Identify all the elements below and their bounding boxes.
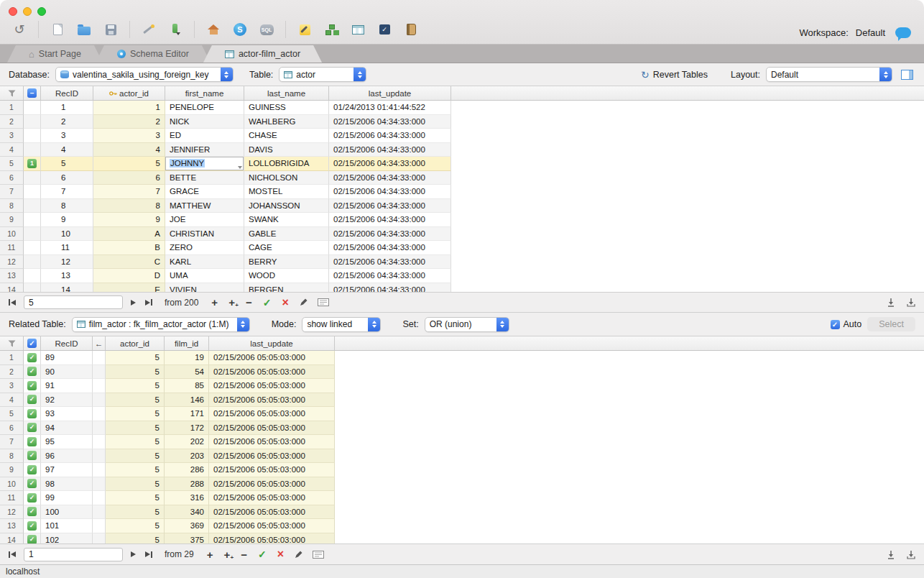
cell-last-update[interactable]: 02/15/2006 04:34:33:000 — [329, 227, 451, 242]
cell-last-name[interactable]: CAGE — [244, 241, 329, 255]
close-button[interactable] — [9, 7, 17, 16]
first-record-button[interactable] — [7, 298, 17, 307]
row-select-cell[interactable] — [24, 213, 41, 227]
column-header-actor-id[interactable]: actor_id — [93, 86, 165, 100]
cell-actor-id[interactable]: 5 — [106, 505, 165, 520]
row-number[interactable]: 3 — [0, 379, 24, 393]
next-record-button[interactable] — [129, 550, 137, 559]
cell-last-update[interactable]: 02/15/2006 05:05:03:000 — [209, 351, 335, 365]
cell-film-id[interactable]: 202 — [165, 435, 209, 449]
select-all-checkbox[interactable]: ✓ — [24, 336, 41, 350]
cell-first-name[interactable]: JENNIFER — [165, 143, 244, 157]
delete-record-button[interactable]: − — [244, 297, 254, 308]
row-select-cell[interactable]: 1 — [24, 157, 41, 171]
cell-recid[interactable]: 2 — [41, 115, 93, 129]
cell-last-name[interactable]: NICHOLSON — [244, 171, 329, 185]
cell-first-name[interactable]: CHRISTIAN — [165, 227, 244, 242]
cell-recid[interactable]: 9 — [41, 213, 93, 227]
linked-check-icon[interactable]: ✓ — [27, 367, 37, 376]
linked-check-icon[interactable]: ✓ — [27, 423, 37, 432]
row-number[interactable]: 7 — [0, 185, 24, 199]
cell-link-arrow[interactable] — [93, 421, 106, 436]
cell-last-update[interactable]: 02/15/2006 05:05:03:000 — [209, 449, 335, 464]
cell-recid[interactable]: 1 — [41, 101, 93, 115]
edit-record-button[interactable] — [292, 549, 305, 561]
cell-actor-id[interactable]: D — [93, 269, 165, 283]
cell-actor-id[interactable]: 4 — [93, 143, 165, 157]
add-related-record-button[interactable]: + — [226, 297, 237, 308]
cell-last-name[interactable]: GABLE — [244, 227, 329, 242]
cell-actor-id[interactable]: 6 — [93, 171, 165, 185]
cell-film-id[interactable]: 340 — [165, 505, 209, 520]
cell-recid[interactable]: 90 — [41, 365, 93, 380]
row-select-cell[interactable]: ✓ — [24, 491, 41, 505]
form-view-button[interactable] — [311, 549, 325, 560]
cell-recid[interactable]: 100 — [41, 505, 93, 520]
cell-actor-id[interactable]: B — [93, 241, 165, 255]
cell-actor-id[interactable]: 5 — [106, 491, 165, 505]
row-number[interactable]: 7 — [0, 435, 24, 449]
cell-first-name[interactable]: NICK — [165, 115, 244, 129]
row-select-cell[interactable]: ✓ — [24, 365, 41, 380]
cell-first-name[interactable]: MATTHEW — [165, 199, 244, 214]
cell-first-name[interactable]: UMA — [165, 269, 244, 283]
cell-recid[interactable]: 4 — [41, 143, 93, 157]
cell-film-id[interactable]: 146 — [165, 393, 209, 408]
database-select[interactable]: valentina_sakila_using_foreign_key — [55, 67, 234, 82]
record-position-input[interactable] — [24, 295, 123, 309]
cell-last-update[interactable]: 02/15/2006 04:34:33:000 — [329, 199, 451, 214]
cell-last-update[interactable]: 02/15/2006 04:34:33:000 — [329, 157, 451, 171]
linked-check-icon[interactable]: ✓ — [27, 493, 37, 503]
cell-film-id[interactable]: 54 — [165, 365, 209, 380]
row-select-cell[interactable] — [24, 143, 41, 157]
magic-wand-button[interactable] — [138, 19, 160, 40]
cell-last-name[interactable]: BERRY — [244, 255, 329, 270]
cell-first-name[interactable]: PENELOPE — [165, 101, 244, 115]
last-record-button[interactable] — [144, 298, 154, 307]
cell-recid[interactable]: 94 — [41, 421, 93, 436]
cell-actor-id[interactable]: 5 — [106, 463, 165, 477]
row-select-cell[interactable]: ✓ — [24, 351, 41, 365]
row-number[interactable]: 10 — [0, 477, 24, 492]
cell-recid[interactable]: 8 — [41, 199, 93, 214]
linked-check-icon[interactable]: ✓ — [27, 437, 37, 446]
cell-last-name[interactable]: LOLLOBRIGIDA — [244, 157, 329, 171]
cell-actor-id[interactable]: 5 — [106, 365, 165, 380]
cell-last-update[interactable]: 02/15/2006 05:05:03:000 — [209, 365, 335, 380]
row-number[interactable]: 5 — [0, 407, 24, 421]
cell-last-update[interactable]: 02/15/2006 04:34:33:000 — [329, 115, 451, 129]
linked-check-icon[interactable]: ✓ — [27, 381, 37, 390]
linked-check-icon[interactable]: ✓ — [27, 535, 37, 543]
cell-last-name[interactable]: GUINESS — [244, 101, 329, 115]
column-header-last-name[interactable]: last_name — [244, 86, 329, 100]
cell-first-name[interactable]: ZERO — [165, 241, 244, 255]
cell-link-arrow[interactable] — [93, 477, 106, 492]
delete-record-button[interactable]: − — [239, 549, 249, 560]
cell-first-name[interactable]: BETTE — [165, 171, 244, 185]
cell-last-name[interactable]: WOOD — [244, 269, 329, 283]
cell-actor-id[interactable]: 5 — [106, 393, 165, 408]
cell-link-arrow[interactable] — [93, 407, 106, 421]
cell-last-update[interactable]: 02/15/2006 04:34:33:000 — [329, 129, 451, 143]
add-record-button[interactable]: + — [209, 297, 220, 308]
cell-film-id[interactable]: 203 — [165, 449, 209, 464]
row-number[interactable]: 10 — [0, 227, 24, 242]
cell-first-name[interactable]: JOHNNY — [165, 157, 244, 171]
cell-last-update[interactable]: 02/15/2006 05:05:03:000 — [209, 421, 335, 436]
cell-link-arrow[interactable] — [93, 463, 106, 477]
cell-recid[interactable]: 11 — [41, 241, 93, 255]
cell-recid[interactable]: 96 — [41, 449, 93, 464]
cell-last-update[interactable]: 02/15/2006 04:34:33:000 — [329, 171, 451, 185]
cell-recid[interactable]: 97 — [41, 463, 93, 477]
cell-recid[interactable]: 102 — [41, 533, 93, 544]
highlighter-button[interactable] — [165, 19, 186, 40]
row-number[interactable]: 12 — [0, 505, 24, 520]
row-select-cell[interactable] — [24, 171, 41, 185]
row-number[interactable]: 5 — [0, 157, 24, 171]
select-button[interactable]: Select — [867, 317, 915, 331]
cell-last-update[interactable]: 02/15/2006 05:05:03:000 — [209, 505, 335, 520]
cell-film-id[interactable]: 171 — [165, 407, 209, 421]
cell-recid[interactable]: 93 — [41, 407, 93, 421]
new-document-button[interactable] — [47, 19, 68, 40]
row-number[interactable]: 13 — [0, 519, 24, 533]
